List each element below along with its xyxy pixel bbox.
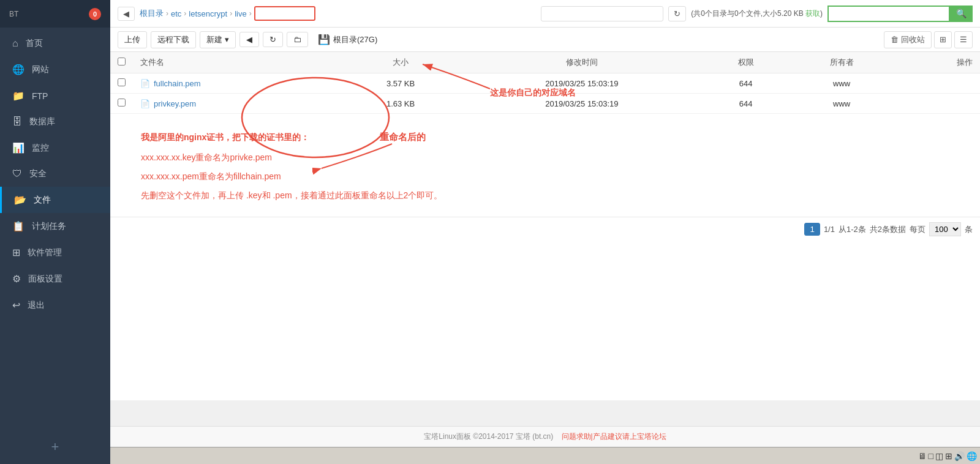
breadcrumb-letsencrypt[interactable]: letsencrypt [189,9,227,18]
row2-filename[interactable]: 📄 privkey.pem [140,99,334,108]
right-toolbar-buttons: 🗑 回收站 ⊞ ☰ [884,31,973,48]
sidebar-item-files[interactable]: 📂 文件 [0,187,110,213]
breadcrumb-live[interactable]: live [235,9,247,18]
row1-checkbox-cell [110,73,133,94]
sidebar-label-monitor: 监控 [32,143,49,154]
range-label: 从1-2条 [839,224,866,235]
toolbar: 上传 远程下载 新建 ▾ ◀ ↻ 🗀 💾 根目录(27G) 🗑 回收站 ⊞ ☰ [110,28,980,52]
sidebar-nav: ⌂ 首页 🌐 网站 📁 FTP 🗄 数据库 📊 监控 🛡 安全 [0,28,110,430]
row1-filename[interactable]: 📄 fullchain.pem [140,79,334,88]
sidebar-item-home[interactable]: ⌂ 首页 [0,31,110,56]
taskbar: ▲ FastStone Capture － □ × 🖥 □ ◫ ⊞ 🔊 🌐 [0,447,980,464]
sidebar-label-security: 安全 [29,168,47,179]
list-view-button[interactable]: ☰ [954,31,973,48]
table-row: 📄 privkey.pem 1.63 KB 2019/03/25 15:03:1… [110,94,980,114]
breadcrumb: 根目录 › etc › letsencrypt › live › [140,6,536,21]
instruction-lines: xxx.xxx.xx.key重命名为privke.pem xxx.xxx.xx.… [141,148,949,204]
content-area: 这是你自己的对应域名 文件名 大小 [110,52,980,426]
row2-filename-cell: 📄 privkey.pem [133,94,341,114]
pagination: 1 1/1 从1-2条 共2条数据 每页 100 50 200 条 [110,217,980,241]
file-icon-1: 📄 [140,79,150,88]
modified-header: 修改时间 [460,52,703,73]
sidebar-label-software: 软件管理 [28,247,62,258]
monitor-icon: 📊 [12,142,24,154]
breadcrumb-current-folder[interactable] [254,6,315,21]
back-button[interactable]: ◀ [118,7,135,21]
table-row: 📄 fullchain.pem 3.57 KB 2019/03/25 15:03… [110,73,980,94]
row2-modified: 2019/03/25 15:03:19 [460,94,703,114]
sidebar-label-website: 网站 [32,64,49,75]
add-button[interactable]: + [0,430,110,464]
sidebar-item-logout[interactable]: ↩ 退出 [0,292,110,318]
path-input[interactable] [541,6,663,21]
sidebar-label-home: 首页 [26,38,43,49]
row1-checkbox[interactable] [118,78,126,86]
software-icon: ⊞ [12,247,20,258]
owner-header: 所有者 [788,52,895,73]
row2-checkbox-cell [110,94,133,114]
total-label: 共2条数据 [870,224,906,235]
folder-view-button[interactable]: 🗀 [287,32,308,47]
row1-perm: 644 [703,73,788,94]
sidebar-item-ftp[interactable]: 📁 FTP [0,83,110,109]
instruction-title: 我是阿里的nginx证书，把下载的证书里的： [141,132,949,143]
recycle-button[interactable]: 🗑 回收站 [884,31,932,48]
breadcrumb-etc[interactable]: etc [171,9,181,18]
sys-icon-3: ◫ [935,451,943,461]
sidebar-item-monitor[interactable]: 📊 监控 [0,135,110,161]
row1-modified: 2019/03/25 15:03:19 [460,73,703,94]
select-all-checkbox[interactable] [118,58,126,65]
row2-owner: www [788,94,895,114]
get-link[interactable]: 获取 [805,9,820,18]
new-button[interactable]: 新建 ▾ [200,31,236,48]
row2-size: 1.63 KB [341,94,461,114]
sidebar-item-database[interactable]: 🗄 数据库 [0,109,110,135]
logout-icon: ↩ [12,299,20,311]
upload-button[interactable]: 上传 [118,31,147,48]
search-input[interactable] [827,6,950,22]
sidebar-label-tasks: 计划任务 [32,221,66,232]
sidebar-item-software[interactable]: ⊞ 软件管理 [0,239,110,266]
sys-icon-5: 🔊 [954,451,965,461]
filename-header: 文件名 [133,52,341,73]
footer-support-link[interactable]: 问题求助|产品建议请上宝塔论坛 [562,432,666,441]
per-page-label: 每页 [910,224,925,235]
remote-download-button[interactable]: 远程下载 [151,31,196,48]
row1-size: 3.57 KB [341,73,461,94]
breadcrumb-root[interactable]: 根目录 [140,8,164,19]
per-page-select[interactable]: 100 50 200 [929,222,961,236]
sidebar-label-logout: 退出 [28,300,45,311]
ops-header: 操作 [895,52,980,73]
file-table: 文件名 大小 修改时间 权限 所有者 操作 [110,52,980,114]
taskbar-system-icons: 🖥 □ ◫ ⊞ 🔊 🌐 [918,451,977,461]
refresh-toolbar-button[interactable]: ↻ [263,32,283,47]
sidebar-label-database: 数据库 [29,116,55,127]
search-button[interactable]: 🔍 [950,6,973,22]
row2-perm: 644 [703,94,788,114]
row2-checkbox[interactable] [118,99,126,107]
sidebar-item-tasks[interactable]: 📋 计划任务 [0,213,110,239]
back-nav-button[interactable]: ◀ [239,32,259,47]
page-1-button[interactable]: 1 [804,223,820,236]
footer-copyright: 宝塔Linux面板 ©2014-2017 宝塔 (bt.cn) [424,432,553,441]
sidebar-item-security[interactable]: 🛡 安全 [0,161,110,187]
sidebar-item-website[interactable]: 🌐 网站 [0,56,110,83]
grid-view-button[interactable]: ⊞ [934,31,952,48]
sidebar-label-files: 文件 [34,195,51,206]
home-icon: ⌂ [12,38,18,49]
sidebar-logo: BT [9,10,18,18]
size-header: 大小 [341,52,461,73]
footer: 宝塔Linux面板 ©2014-2017 宝塔 (bt.cn) 问题求助|产品建… [110,426,980,447]
database-icon: 🗄 [12,116,22,127]
sidebar-item-panel[interactable]: ⚙ 面板设置 [0,266,110,292]
refresh-button[interactable]: ↻ [668,6,686,21]
row2-ops [895,94,980,114]
topbar: ◀ 根目录 › etc › letsencrypt › live › ↻ (共0… [110,0,980,28]
total-pages: 1/1 [824,225,835,234]
website-icon: 🌐 [12,64,24,75]
disk-icon: 💾 [318,34,330,45]
search-box: 🔍 [827,6,973,22]
tasks-icon: 📋 [12,220,24,232]
sys-icon-1: 🖥 [918,451,927,461]
security-icon: 🛡 [12,168,22,179]
